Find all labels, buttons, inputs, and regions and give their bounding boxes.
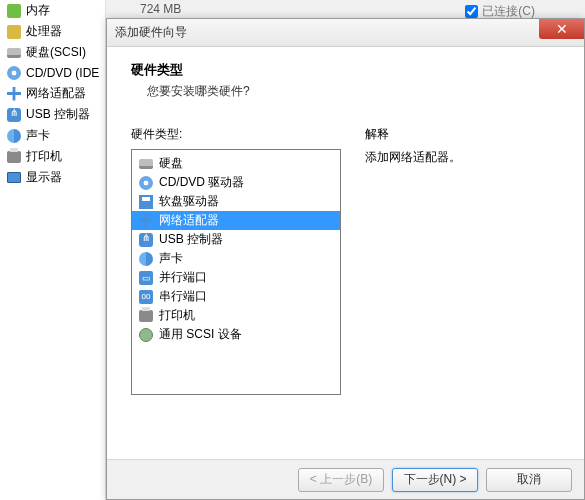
sidebar-item-label: 内存 [26, 2, 50, 19]
connected-checkbox-input[interactable] [465, 5, 478, 18]
sidebar-item[interactable]: 处理器 [2, 21, 103, 42]
printer-icon [138, 308, 154, 324]
net-icon [6, 86, 22, 102]
list-item-label: CD/DVD 驱动器 [159, 174, 244, 191]
list-item[interactable]: 打印机 [132, 306, 340, 325]
list-item-label: 并行端口 [159, 269, 207, 286]
net-icon [138, 213, 154, 229]
next-button[interactable]: 下一步(N) > [392, 468, 478, 492]
add-hardware-wizard-dialog: 添加硬件向导 ✕ 硬件类型 您要安装哪类硬件? 硬件类型: 硬盘CD/DVD 驱… [106, 18, 585, 500]
list-item[interactable]: 通用 SCSI 设备 [132, 325, 340, 344]
list-item[interactable]: 声卡 [132, 249, 340, 268]
printer-icon [6, 149, 22, 165]
cancel-button[interactable]: 取消 [486, 468, 572, 492]
list-item[interactable]: 网络适配器 [132, 211, 340, 230]
list-item-label: USB 控制器 [159, 231, 223, 248]
sidebar-item[interactable]: 显示器 [2, 167, 103, 188]
sidebar-item-label: 硬盘(SCSI) [26, 44, 86, 61]
sidebar-item-label: 显示器 [26, 169, 62, 186]
list-item[interactable]: USB 控制器 [132, 230, 340, 249]
port-icon: ▭ [138, 270, 154, 286]
floppy-icon [138, 194, 154, 210]
explanation-label: 解释 [365, 126, 560, 143]
cd-icon [138, 175, 154, 191]
sidebar-item[interactable]: 内存 [2, 0, 103, 21]
scsi-icon [138, 327, 154, 343]
list-item[interactable]: 硬盘 [132, 154, 340, 173]
sidebar-item[interactable]: 硬盘(SCSI) [2, 42, 103, 63]
monitor-icon [6, 170, 22, 186]
hardware-type-label: 硬件类型: [131, 126, 341, 143]
list-item-label: 声卡 [159, 250, 183, 267]
usb-icon [138, 232, 154, 248]
dialog-body: 硬件类型 您要安装哪类硬件? 硬件类型: 硬盘CD/DVD 驱动器软盘驱动器网络… [107, 47, 584, 459]
sidebar-item-label: 网络适配器 [26, 85, 86, 102]
hdd-icon [138, 156, 154, 172]
cd-icon [6, 65, 22, 81]
list-item[interactable]: CD/DVD 驱动器 [132, 173, 340, 192]
explanation-text: 添加网络适配器。 [365, 149, 560, 166]
chip-icon [6, 3, 22, 19]
section-heading: 硬件类型 [131, 61, 560, 79]
hardware-type-listbox[interactable]: 硬盘CD/DVD 驱动器软盘驱动器网络适配器USB 控制器声卡▭并行端口00串行… [131, 149, 341, 395]
sidebar-item[interactable]: USB 控制器 [2, 104, 103, 125]
sidebar-item[interactable]: 声卡 [2, 125, 103, 146]
sidebar-item-label: 声卡 [26, 127, 50, 144]
list-item[interactable]: 软盘驱动器 [132, 192, 340, 211]
sidebar-item-label: CD/DVD (IDE [26, 66, 99, 80]
snd-icon [138, 251, 154, 267]
bg-memory-value: 724 MB [140, 2, 181, 16]
list-item-label: 网络适配器 [159, 212, 219, 229]
sidebar-item-label: USB 控制器 [26, 106, 90, 123]
back-button: < 上一步(B) [298, 468, 384, 492]
usb-icon [6, 107, 22, 123]
list-item-label: 打印机 [159, 307, 195, 324]
list-item[interactable]: ▭并行端口 [132, 268, 340, 287]
hdd-icon [6, 45, 22, 61]
sidebar-item[interactable]: 网络适配器 [2, 83, 103, 104]
sidebar-item-label: 打印机 [26, 148, 62, 165]
cpu-icon [6, 24, 22, 40]
sidebar-item-label: 处理器 [26, 23, 62, 40]
bg-sidebar: 内存处理器硬盘(SCSI)CD/DVD (IDE网络适配器USB 控制器声卡打印… [0, 0, 106, 500]
list-item-label: 软盘驱动器 [159, 193, 219, 210]
snd-icon [6, 128, 22, 144]
close-button[interactable]: ✕ [539, 19, 584, 39]
dialog-title: 添加硬件向导 [115, 24, 187, 41]
sidebar-item[interactable]: 打印机 [2, 146, 103, 167]
list-item-label: 通用 SCSI 设备 [159, 326, 242, 343]
dialog-footer: < 上一步(B) 下一步(N) > 取消 [107, 459, 584, 499]
sidebar-item[interactable]: CD/DVD (IDE [2, 63, 103, 83]
serial-icon: 00 [138, 289, 154, 305]
list-item-label: 串行端口 [159, 288, 207, 305]
section-subheading: 您要安装哪类硬件? [147, 83, 560, 100]
list-item-label: 硬盘 [159, 155, 183, 172]
dialog-titlebar[interactable]: 添加硬件向导 ✕ [107, 19, 584, 47]
list-item[interactable]: 00串行端口 [132, 287, 340, 306]
close-icon: ✕ [556, 21, 568, 37]
